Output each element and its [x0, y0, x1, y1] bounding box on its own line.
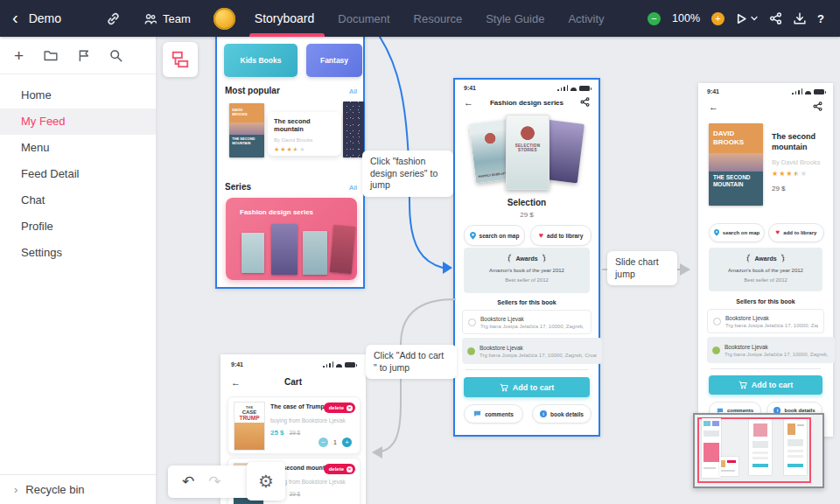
- search-on-map-button[interactable]: search on map: [709, 223, 765, 242]
- close-icon: ×: [346, 466, 353, 472]
- series-card-title: Fashion design series: [240, 208, 313, 216]
- recycle-bin[interactable]: › Recycle bin: [0, 474, 156, 504]
- search-on-map-button[interactable]: search on map: [464, 225, 525, 246]
- screen-book-detail[interactable]: 9:41 ← DAVID BROOKS THE SECOND MOUNTAIN …: [698, 83, 833, 437]
- note-series-jump[interactable]: Click "fashion design series" to jump: [362, 150, 453, 197]
- book-cover-second-mountain[interactable]: DAVID BROOKS THE SECOND MOUNTAIN: [229, 103, 264, 158]
- zoom-in-button[interactable]: +: [711, 12, 724, 25]
- award-line: Best seller of 2012: [464, 277, 590, 283]
- awards-panel: Awards Amazon's book of the year 2012 Be…: [709, 248, 822, 291]
- delete-button[interactable]: delete ×: [324, 402, 355, 413]
- download-button[interactable]: [794, 12, 806, 24]
- share-icon[interactable]: [813, 102, 822, 111]
- carousel-cover-selection[interactable]: SELECTION STORIES: [506, 115, 550, 190]
- see-all-link[interactable]: All: [349, 184, 357, 192]
- sidebar-item-menu[interactable]: Menu: [0, 135, 156, 161]
- sellers-heading: Sellers for this book: [698, 298, 833, 304]
- chevron-right-icon: ›: [14, 483, 18, 496]
- book-title: The second mountain: [274, 117, 335, 134]
- back-arrow-icon[interactable]: ←: [709, 102, 718, 112]
- seller-option-selected[interactable]: Bookstore Ljevak Trg bana Josipa Jelačić…: [707, 337, 835, 363]
- button-label: search on map: [480, 233, 520, 239]
- radio-selected[interactable]: [467, 347, 475, 355]
- sidebar-item-feed-detail[interactable]: Feed Detail: [0, 161, 156, 187]
- add-page-button[interactable]: +: [14, 47, 24, 64]
- old-price: 39 $: [290, 491, 301, 497]
- tab-document[interactable]: Document: [338, 0, 389, 37]
- flag-icon[interactable]: [78, 49, 89, 62]
- preview-play-button[interactable]: [736, 13, 758, 24]
- share-button[interactable]: [769, 12, 782, 24]
- decrease-button[interactable]: −: [318, 438, 328, 447]
- category-fantasy[interactable]: Fantasy: [306, 44, 362, 77]
- book-details-button[interactable]: i book details: [532, 404, 592, 424]
- note-slide-jump[interactable]: Slide chart jump: [607, 251, 677, 285]
- note-cart-jump[interactable]: Click "Add to cart " to jump: [366, 345, 457, 379]
- heart-icon: ♥: [776, 229, 780, 236]
- screen-header-title: Fashion design series: [455, 99, 598, 107]
- cover-text: TRUMP: [239, 415, 259, 421]
- series-mini-cover: [271, 224, 298, 275]
- tab-storyboard[interactable]: Storyboard: [255, 0, 314, 37]
- settings-button[interactable]: ⚙: [247, 462, 285, 500]
- comments-button[interactable]: comments: [464, 404, 523, 424]
- add-to-cart-button[interactable]: Add to cart: [709, 375, 822, 395]
- add-to-library-button[interactable]: ♥ add to library: [530, 225, 592, 246]
- gold-coin-avatar[interactable]: [214, 8, 235, 30]
- laurel-left-icon: [507, 254, 512, 262]
- folder-icon[interactable]: [44, 49, 58, 61]
- cover-text: THE SECOND MOUNTAIN: [229, 135, 264, 158]
- zoom-out-button[interactable]: −: [648, 12, 661, 25]
- tab-resource[interactable]: Resource: [414, 0, 463, 37]
- screen-my-feed[interactable]: Kids Books Fantasy Most popular All DAVI…: [215, 37, 365, 289]
- book-card[interactable]: The second mountain By David Brooks: [268, 112, 341, 156]
- cover-text: BROOKS: [713, 138, 763, 147]
- share-icon[interactable]: [580, 97, 590, 107]
- help-button[interactable]: ?: [817, 12, 824, 25]
- cart-item[interactable]: THE CASE TRUMP The case of Trump delete …: [228, 396, 360, 454]
- undo-button[interactable]: ↶: [182, 474, 194, 489]
- add-to-library-button[interactable]: ♥ add to library: [768, 223, 824, 242]
- status-time: 9:41: [707, 88, 719, 94]
- team-button[interactable]: Team: [144, 12, 191, 25]
- tab-style-guide[interactable]: Style Guide: [486, 0, 544, 37]
- radio-unselected[interactable]: [468, 318, 476, 326]
- screen-fashion-design-series[interactable]: 9:41 ← Fashion design series HAPPILY EVE…: [453, 78, 600, 437]
- minimap[interactable]: [693, 413, 824, 488]
- chevron-down-icon: [751, 16, 758, 21]
- laurel-right-icon: [780, 254, 786, 262]
- add-to-cart-button[interactable]: Add to cart: [464, 377, 590, 397]
- seller-name: Bookstore Ljevak: [725, 315, 818, 321]
- sidebar-item-chat[interactable]: Chat: [0, 187, 156, 214]
- seller-option-selected[interactable]: Bookstore Ljevak Trg bana Josipa Jelačić…: [462, 338, 602, 364]
- category-kids-books[interactable]: Kids Books: [224, 44, 298, 77]
- wifi-icon: [805, 91, 811, 94]
- seller-option[interactable]: Bookstore Ljevak Trg bana Josipa Jelačić…: [462, 310, 592, 334]
- sidebar-item-my-feed[interactable]: My Feed: [0, 108, 156, 135]
- fashion-design-series-card[interactable]: Fashion design series: [226, 198, 357, 280]
- sidebar-item-profile[interactable]: Profile: [0, 214, 156, 240]
- redo-button[interactable]: ↷: [208, 474, 220, 489]
- see-all-link[interactable]: All: [349, 88, 357, 95]
- delete-button[interactable]: delete ×: [324, 464, 355, 474]
- radio-selected[interactable]: [712, 346, 720, 354]
- book-cover-second-mountain[interactable]: DAVID BROOKS THE SECOND MOUNTAIN: [709, 123, 763, 206]
- sidebar-item-settings[interactable]: Settings: [0, 240, 156, 266]
- increase-button[interactable]: +: [342, 438, 352, 447]
- radio-unselected[interactable]: [713, 318, 721, 326]
- link-icon[interactable]: [107, 12, 120, 25]
- battery-icon: [345, 362, 355, 368]
- back-chevron-icon[interactable]: ‹: [12, 9, 18, 26]
- tab-activity[interactable]: Activity: [568, 0, 604, 37]
- page-structure-button[interactable]: [163, 42, 198, 77]
- seller-option[interactable]: Bookstore Ljevak Trg bana Josipa Jelačić…: [707, 309, 824, 333]
- awards-title: Awards: [515, 256, 537, 262]
- book-cover-floral[interactable]: [343, 102, 364, 158]
- sidebar-item-home[interactable]: Home: [0, 82, 156, 108]
- search-icon[interactable]: [109, 49, 122, 62]
- storyboard-canvas[interactable]: Kids Books Fantasy Most popular All DAVI…: [156, 37, 840, 504]
- delete-label: delete: [329, 466, 344, 472]
- laurel-right-icon: [542, 254, 547, 262]
- pages-sidebar: + Home My Feed Menu Feed Detail Chat Pro…: [0, 37, 157, 504]
- status-time: 9:41: [231, 361, 243, 368]
